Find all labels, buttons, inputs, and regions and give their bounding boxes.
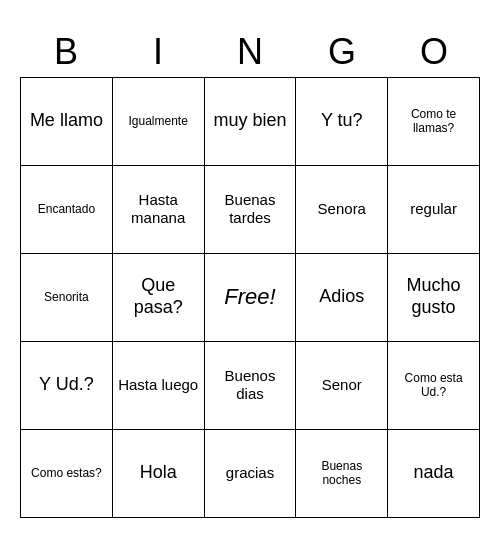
bingo-cell: Hola [113, 430, 205, 518]
bingo-cell: Adios [296, 254, 388, 342]
bingo-cell: Como te llamas? [388, 78, 480, 166]
header-letter: B [20, 27, 112, 77]
bingo-cell: Free! [205, 254, 297, 342]
header-letter: O [388, 27, 480, 77]
bingo-cell: Como estas? [21, 430, 113, 518]
bingo-cell: Como esta Ud.? [388, 342, 480, 430]
bingo-cell: Me llamo [21, 78, 113, 166]
bingo-cell: Buenas tardes [205, 166, 297, 254]
bingo-cell: nada [388, 430, 480, 518]
bingo-cell: muy bien [205, 78, 297, 166]
bingo-header: BINGO [20, 27, 480, 77]
bingo-cell: Senora [296, 166, 388, 254]
bingo-cell: gracias [205, 430, 297, 518]
bingo-cell: Mucho gusto [388, 254, 480, 342]
bingo-cell: Hasta luego [113, 342, 205, 430]
bingo-cell: Senor [296, 342, 388, 430]
header-letter: I [112, 27, 204, 77]
bingo-grid: Me llamoIgualmentemuy bienY tu?Como te l… [20, 77, 480, 518]
bingo-cell: Senorita [21, 254, 113, 342]
bingo-cell: Que pasa? [113, 254, 205, 342]
header-letter: N [204, 27, 296, 77]
bingo-cell: Buenas noches [296, 430, 388, 518]
bingo-cell: regular [388, 166, 480, 254]
bingo-cell: Y tu? [296, 78, 388, 166]
bingo-cell: Encantado [21, 166, 113, 254]
bingo-cell: Buenos dias [205, 342, 297, 430]
bingo-cell: Igualmente [113, 78, 205, 166]
bingo-cell: Y Ud.? [21, 342, 113, 430]
bingo-card: BINGO Me llamoIgualmentemuy bienY tu?Com… [20, 27, 480, 518]
bingo-cell: Hasta manana [113, 166, 205, 254]
header-letter: G [296, 27, 388, 77]
